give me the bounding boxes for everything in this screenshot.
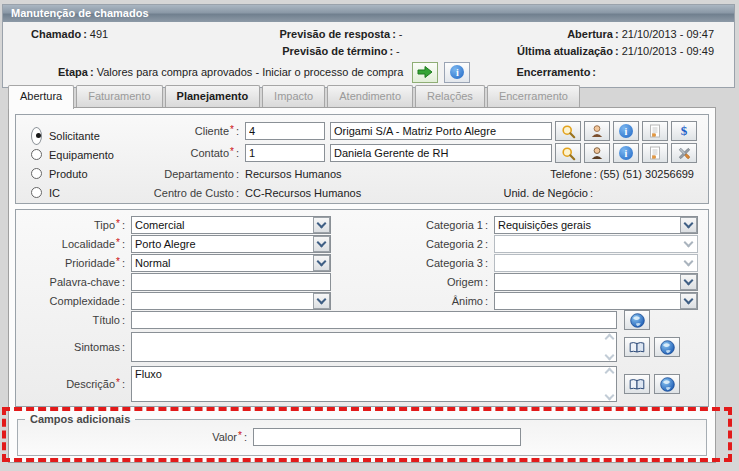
previsao-termino-field: Previsão de término:-	[228, 45, 454, 57]
tab-faturamento[interactable]: Faturamento	[76, 85, 162, 107]
cliente-name-input[interactable]	[330, 122, 552, 140]
descricao-translate-button[interactable]	[654, 374, 680, 394]
abertura-label: Abertura	[567, 28, 613, 40]
window-title: Manutenção de chamados	[11, 7, 149, 19]
cliente-person-button[interactable]	[584, 121, 610, 141]
titulo-label: Título:	[16, 314, 128, 326]
radio-equipamento[interactable]: Equipamento	[31, 145, 152, 164]
tools-icon	[677, 146, 692, 161]
valor-input[interactable]	[253, 428, 521, 446]
titulo-row: Título:	[16, 310, 708, 330]
chevron-down-icon	[680, 293, 697, 309]
sintomas-textarea-wrap	[131, 332, 617, 362]
contato-person-button[interactable]	[584, 143, 610, 163]
radio-icon	[31, 149, 42, 160]
chevron-down-icon	[680, 217, 697, 233]
required-marker: *	[230, 146, 234, 157]
localidade-categoria2-row: Localidade*: Porto Alegre Categoria 2:	[16, 234, 708, 253]
chevron-down-icon	[605, 391, 615, 401]
radio-ic[interactable]: IC	[31, 183, 152, 202]
telefone-value: (55) (51) 30256699	[600, 168, 694, 180]
departamento-value: Recursos Humanos	[245, 168, 342, 180]
book-icon	[629, 341, 645, 354]
contato-report-button[interactable]	[642, 143, 668, 163]
sintomas-textarea[interactable]	[131, 332, 617, 362]
radio-produto[interactable]: Produto	[31, 164, 152, 183]
radio-solicitante[interactable]: Solicitante	[31, 126, 152, 145]
titulo-input[interactable]	[131, 311, 617, 329]
descricao-textarea[interactable]: Fluxo	[131, 366, 617, 402]
contato-name-input[interactable]	[330, 144, 552, 162]
required-marker: *	[238, 430, 242, 441]
contato-code-input[interactable]	[245, 144, 325, 162]
classification-panel: Tipo*: Comercial Categoria 1: Requisiçõe…	[15, 209, 709, 407]
etapa-info-button[interactable]: i	[444, 62, 470, 83]
ultima-atualizacao-field: Última atualização:21/10/2013 - 09:49	[454, 45, 734, 57]
chamado-value: 491	[90, 28, 108, 40]
etapa-value: Valores para compra aprovados - Iniciar …	[97, 66, 404, 78]
tipo-select[interactable]: Comercial	[131, 216, 331, 234]
chevron-up-icon	[605, 368, 615, 378]
categoria2-select[interactable]	[494, 235, 698, 253]
sintomas-translate-button[interactable]	[654, 337, 680, 357]
palavra-chave-input[interactable]	[131, 273, 331, 291]
report-icon	[649, 124, 661, 138]
ultima-atualizacao-label: Última atualização	[517, 45, 613, 57]
complexidade-select[interactable]	[131, 292, 331, 310]
tab-encerramento[interactable]: Encerramento	[487, 85, 580, 107]
required-marker: *	[116, 377, 120, 388]
titulo-translate-button[interactable]	[624, 310, 650, 330]
contato-row: Contato*: i	[152, 142, 708, 164]
descricao-knowledge-button[interactable]	[624, 374, 650, 394]
cliente-row: Cliente*: i $	[152, 120, 708, 142]
contato-search-button[interactable]	[555, 143, 581, 163]
info-icon: i	[619, 124, 633, 138]
cliente-info-button[interactable]: i	[613, 121, 639, 141]
chamado-field: Chamado:491	[3, 28, 228, 40]
cliente-search-button[interactable]	[555, 121, 581, 141]
cliente-label: Cliente*:	[152, 125, 242, 137]
tab-strip: Abertura Faturamento Planejamento Impact…	[8, 85, 582, 107]
header-row-2: Previsão de término:- Última atualização…	[3, 42, 734, 59]
localidade-select[interactable]: Porto Alegre	[131, 235, 331, 253]
sintomas-knowledge-button[interactable]	[624, 337, 650, 357]
chevron-down-icon	[313, 217, 330, 233]
previsao-termino-label: Previsão de término	[282, 45, 387, 57]
ticket-maintenance-screen: Manutenção de chamados Chamado:491 Previ…	[0, 0, 739, 471]
contato-tools-button[interactable]	[671, 143, 697, 163]
tab-relacoes[interactable]: Relações	[415, 85, 485, 107]
cliente-code-input[interactable]	[245, 122, 325, 140]
cliente-financial-button[interactable]: $	[671, 121, 697, 141]
required-marker: *	[230, 124, 234, 135]
categoria3-label: Categoria 3:	[331, 257, 491, 269]
prioridade-select[interactable]: Normal	[131, 254, 331, 272]
chevron-down-icon	[313, 255, 330, 271]
tab-planejamento[interactable]: Planejamento	[165, 85, 261, 107]
chevron-down-icon	[313, 293, 330, 309]
telefone-field: Telefone:(55) (51) 30256699	[550, 168, 708, 180]
animo-label: Ânimo:	[331, 295, 491, 307]
info-icon: i	[450, 65, 464, 79]
report-icon	[649, 146, 661, 160]
window-titlebar: Manutenção de chamados	[3, 5, 734, 22]
tab-atendimento[interactable]: Atendimento	[327, 85, 413, 107]
categoria3-select[interactable]	[494, 254, 698, 272]
previsao-termino-value: -	[396, 45, 400, 57]
header-row-1: Chamado:491 Previsão de resposta:- Abert…	[3, 25, 734, 42]
categoria1-select[interactable]: Requisições gerais	[494, 216, 698, 234]
person-icon	[590, 124, 604, 138]
contato-info-button[interactable]: i	[613, 143, 639, 163]
origem-select[interactable]	[494, 273, 698, 291]
green-arrow-icon	[417, 65, 433, 79]
valor-row: Valor*:	[18, 426, 706, 448]
cliente-report-button[interactable]	[642, 121, 668, 141]
tab-impacto[interactable]: Impacto	[262, 85, 325, 107]
sintomas-row: Sintomas:	[16, 330, 708, 364]
animo-select[interactable]	[494, 292, 698, 310]
tab-abertura[interactable]: Abertura	[8, 85, 74, 109]
next-step-button[interactable]	[412, 62, 438, 83]
ultima-atualizacao-value: 21/10/2013 - 09:49	[622, 45, 714, 57]
chevron-down-icon	[680, 236, 697, 252]
prioridade-label: Prioridade*:	[16, 257, 128, 269]
origem-label: Origem:	[331, 276, 491, 288]
